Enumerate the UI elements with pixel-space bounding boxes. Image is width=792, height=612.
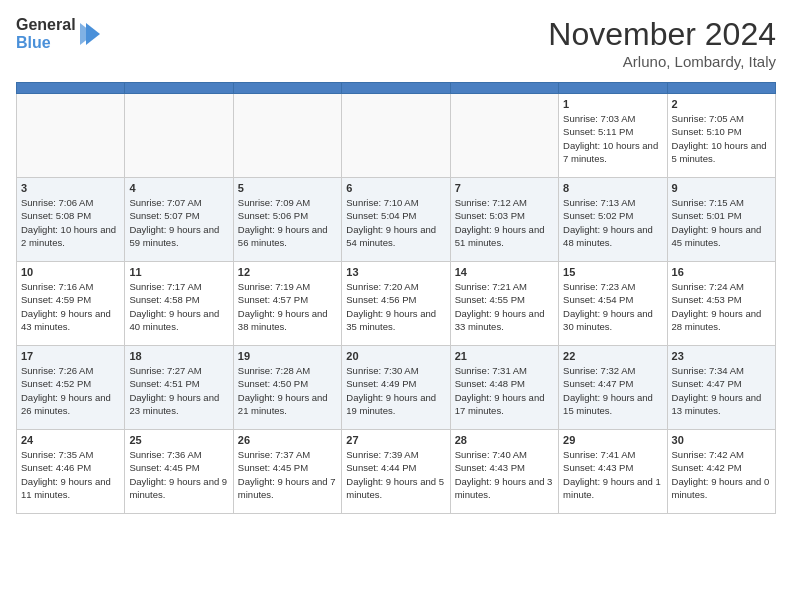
day-info: Sunrise: 7:19 AM Sunset: 4:57 PM Dayligh… — [238, 280, 337, 333]
day-number: 28 — [455, 434, 554, 446]
calendar-cell — [233, 94, 341, 178]
day-number: 2 — [672, 98, 771, 110]
calendar-cell: 23Sunrise: 7:34 AM Sunset: 4:47 PM Dayli… — [667, 346, 775, 430]
day-number: 1 — [563, 98, 662, 110]
page-header: General Blue November 2024 Arluno, Lomba… — [16, 16, 776, 70]
calendar-cell: 24Sunrise: 7:35 AM Sunset: 4:46 PM Dayli… — [17, 430, 125, 514]
day-info: Sunrise: 7:27 AM Sunset: 4:51 PM Dayligh… — [129, 364, 228, 417]
calendar-cell: 17Sunrise: 7:26 AM Sunset: 4:52 PM Dayli… — [17, 346, 125, 430]
calendar-cell: 22Sunrise: 7:32 AM Sunset: 4:47 PM Dayli… — [559, 346, 667, 430]
day-number: 14 — [455, 266, 554, 278]
day-number: 8 — [563, 182, 662, 194]
calendar-cell: 11Sunrise: 7:17 AM Sunset: 4:58 PM Dayli… — [125, 262, 233, 346]
calendar-cell: 30Sunrise: 7:42 AM Sunset: 4:42 PM Dayli… — [667, 430, 775, 514]
day-number: 25 — [129, 434, 228, 446]
calendar-cell: 29Sunrise: 7:41 AM Sunset: 4:43 PM Dayli… — [559, 430, 667, 514]
day-number: 11 — [129, 266, 228, 278]
calendar-cell: 25Sunrise: 7:36 AM Sunset: 4:45 PM Dayli… — [125, 430, 233, 514]
day-number: 27 — [346, 434, 445, 446]
day-info: Sunrise: 7:39 AM Sunset: 4:44 PM Dayligh… — [346, 448, 445, 501]
logo: General Blue — [16, 16, 100, 51]
day-info: Sunrise: 7:34 AM Sunset: 4:47 PM Dayligh… — [672, 364, 771, 417]
day-number: 10 — [21, 266, 120, 278]
day-number: 22 — [563, 350, 662, 362]
week-row-1: 1Sunrise: 7:03 AM Sunset: 5:11 PM Daylig… — [17, 94, 776, 178]
day-info: Sunrise: 7:06 AM Sunset: 5:08 PM Dayligh… — [21, 196, 120, 249]
calendar-cell: 7Sunrise: 7:12 AM Sunset: 5:03 PM Daylig… — [450, 178, 558, 262]
calendar-cell: 26Sunrise: 7:37 AM Sunset: 4:45 PM Dayli… — [233, 430, 341, 514]
day-info: Sunrise: 7:30 AM Sunset: 4:49 PM Dayligh… — [346, 364, 445, 417]
calendar-cell: 12Sunrise: 7:19 AM Sunset: 4:57 PM Dayli… — [233, 262, 341, 346]
calendar-cell: 9Sunrise: 7:15 AM Sunset: 5:01 PM Daylig… — [667, 178, 775, 262]
calendar-header-row — [17, 83, 776, 94]
day-number: 9 — [672, 182, 771, 194]
week-row-2: 3Sunrise: 7:06 AM Sunset: 5:08 PM Daylig… — [17, 178, 776, 262]
day-info: Sunrise: 7:42 AM Sunset: 4:42 PM Dayligh… — [672, 448, 771, 501]
day-info: Sunrise: 7:21 AM Sunset: 4:55 PM Dayligh… — [455, 280, 554, 333]
day-info: Sunrise: 7:13 AM Sunset: 5:02 PM Dayligh… — [563, 196, 662, 249]
month-title: November 2024 — [548, 16, 776, 53]
day-info: Sunrise: 7:31 AM Sunset: 4:48 PM Dayligh… — [455, 364, 554, 417]
day-info: Sunrise: 7:09 AM Sunset: 5:06 PM Dayligh… — [238, 196, 337, 249]
day-number: 5 — [238, 182, 337, 194]
calendar-cell: 5Sunrise: 7:09 AM Sunset: 5:06 PM Daylig… — [233, 178, 341, 262]
day-info: Sunrise: 7:17 AM Sunset: 4:58 PM Dayligh… — [129, 280, 228, 333]
calendar-cell: 13Sunrise: 7:20 AM Sunset: 4:56 PM Dayli… — [342, 262, 450, 346]
day-info: Sunrise: 7:24 AM Sunset: 4:53 PM Dayligh… — [672, 280, 771, 333]
calendar-cell — [125, 94, 233, 178]
calendar-cell — [342, 94, 450, 178]
col-saturday — [667, 83, 775, 94]
calendar-table: 1Sunrise: 7:03 AM Sunset: 5:11 PM Daylig… — [16, 82, 776, 514]
calendar-cell: 10Sunrise: 7:16 AM Sunset: 4:59 PM Dayli… — [17, 262, 125, 346]
day-number: 6 — [346, 182, 445, 194]
week-row-5: 24Sunrise: 7:35 AM Sunset: 4:46 PM Dayli… — [17, 430, 776, 514]
day-number: 16 — [672, 266, 771, 278]
col-friday — [559, 83, 667, 94]
calendar-cell: 15Sunrise: 7:23 AM Sunset: 4:54 PM Dayli… — [559, 262, 667, 346]
day-info: Sunrise: 7:10 AM Sunset: 5:04 PM Dayligh… — [346, 196, 445, 249]
day-info: Sunrise: 7:05 AM Sunset: 5:10 PM Dayligh… — [672, 112, 771, 165]
col-monday — [125, 83, 233, 94]
calendar-cell — [17, 94, 125, 178]
day-number: 12 — [238, 266, 337, 278]
svg-marker-1 — [86, 23, 100, 45]
location: Arluno, Lombardy, Italy — [548, 53, 776, 70]
day-number: 19 — [238, 350, 337, 362]
day-number: 13 — [346, 266, 445, 278]
calendar-cell: 27Sunrise: 7:39 AM Sunset: 4:44 PM Dayli… — [342, 430, 450, 514]
day-number: 24 — [21, 434, 120, 446]
calendar-cell: 21Sunrise: 7:31 AM Sunset: 4:48 PM Dayli… — [450, 346, 558, 430]
calendar-cell: 20Sunrise: 7:30 AM Sunset: 4:49 PM Dayli… — [342, 346, 450, 430]
calendar-cell: 4Sunrise: 7:07 AM Sunset: 5:07 PM Daylig… — [125, 178, 233, 262]
day-info: Sunrise: 7:07 AM Sunset: 5:07 PM Dayligh… — [129, 196, 228, 249]
col-sunday — [17, 83, 125, 94]
day-info: Sunrise: 7:20 AM Sunset: 4:56 PM Dayligh… — [346, 280, 445, 333]
day-info: Sunrise: 7:40 AM Sunset: 4:43 PM Dayligh… — [455, 448, 554, 501]
day-number: 3 — [21, 182, 120, 194]
day-info: Sunrise: 7:28 AM Sunset: 4:50 PM Dayligh… — [238, 364, 337, 417]
day-number: 26 — [238, 434, 337, 446]
day-info: Sunrise: 7:35 AM Sunset: 4:46 PM Dayligh… — [21, 448, 120, 501]
col-wednesday — [342, 83, 450, 94]
week-row-4: 17Sunrise: 7:26 AM Sunset: 4:52 PM Dayli… — [17, 346, 776, 430]
day-info: Sunrise: 7:16 AM Sunset: 4:59 PM Dayligh… — [21, 280, 120, 333]
day-number: 15 — [563, 266, 662, 278]
day-number: 23 — [672, 350, 771, 362]
day-number: 29 — [563, 434, 662, 446]
week-row-3: 10Sunrise: 7:16 AM Sunset: 4:59 PM Dayli… — [17, 262, 776, 346]
day-info: Sunrise: 7:36 AM Sunset: 4:45 PM Dayligh… — [129, 448, 228, 501]
calendar-cell: 14Sunrise: 7:21 AM Sunset: 4:55 PM Dayli… — [450, 262, 558, 346]
day-info: Sunrise: 7:37 AM Sunset: 4:45 PM Dayligh… — [238, 448, 337, 501]
calendar-cell: 28Sunrise: 7:40 AM Sunset: 4:43 PM Dayli… — [450, 430, 558, 514]
day-number: 21 — [455, 350, 554, 362]
day-info: Sunrise: 7:03 AM Sunset: 5:11 PM Dayligh… — [563, 112, 662, 165]
day-number: 18 — [129, 350, 228, 362]
calendar-cell: 6Sunrise: 7:10 AM Sunset: 5:04 PM Daylig… — [342, 178, 450, 262]
day-info: Sunrise: 7:23 AM Sunset: 4:54 PM Dayligh… — [563, 280, 662, 333]
day-info: Sunrise: 7:15 AM Sunset: 5:01 PM Dayligh… — [672, 196, 771, 249]
day-info: Sunrise: 7:41 AM Sunset: 4:43 PM Dayligh… — [563, 448, 662, 501]
day-number: 17 — [21, 350, 120, 362]
day-number: 30 — [672, 434, 771, 446]
col-tuesday — [233, 83, 341, 94]
day-number: 7 — [455, 182, 554, 194]
